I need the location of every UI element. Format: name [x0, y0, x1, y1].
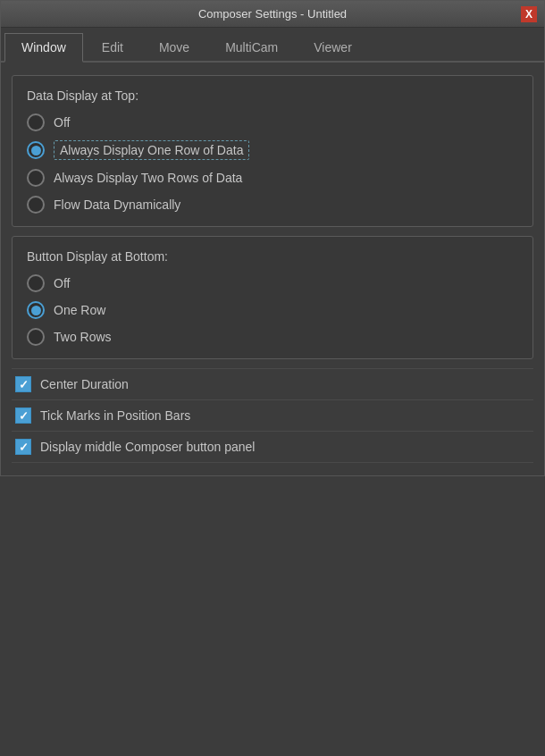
radio-label-data-two-rows: Always Display Two Rows of Data — [54, 171, 242, 185]
checkbox-label-display-middle: Display middle Composer button panel — [40, 440, 255, 454]
radio-label-data-flow: Flow Data Dynamically — [54, 197, 180, 212]
checkbox-label-tick-marks: Tick Marks in Position Bars — [40, 408, 190, 423]
radio-circle-data-two-rows — [27, 169, 45, 187]
radio-data-off[interactable]: Off — [27, 113, 518, 131]
tab-multicam[interactable]: MultiCam — [208, 33, 295, 61]
data-display-section: Data Display at Top: Off Always Display … — [12, 75, 533, 227]
checkbox-center-duration[interactable]: Center Duration — [12, 368, 533, 400]
radio-data-one-row[interactable]: Always Display One Row of Data — [27, 140, 518, 160]
checkbox-display-middle[interactable]: Display middle Composer button panel — [12, 432, 533, 463]
tab-bar: Window Edit Move MultiCam Viewer — [1, 28, 544, 63]
radio-circle-data-one-row — [27, 141, 45, 159]
checkbox-icon-center-duration — [15, 376, 31, 392]
radio-label-btn-two-rows: Two Rows — [54, 330, 112, 344]
window-title: Composer Settings - Untitled — [24, 7, 521, 21]
button-display-radio-group: Off One Row Two Rows — [27, 274, 518, 346]
checkbox-label-center-duration: Center Duration — [40, 377, 129, 391]
radio-data-flow[interactable]: Flow Data Dynamically — [27, 196, 518, 214]
content-area: Data Display at Top: Off Always Display … — [1, 63, 544, 475]
radio-data-two-rows[interactable]: Always Display Two Rows of Data — [27, 169, 518, 187]
radio-label-btn-off: Off — [54, 276, 70, 290]
radio-label-btn-one-row: One Row — [54, 303, 105, 317]
radio-label-data-one-row: Always Display One Row of Data — [54, 140, 249, 160]
radio-circle-data-off — [27, 113, 45, 131]
checkbox-icon-tick-marks — [15, 407, 31, 424]
tab-window[interactable]: Window — [4, 33, 83, 63]
checkbox-group: Center Duration Tick Marks in Position B… — [12, 368, 533, 463]
radio-circle-btn-two-rows — [27, 328, 45, 346]
radio-label-data-off: Off — [54, 115, 70, 130]
main-window: Composer Settings - Untitled X Window Ed… — [0, 0, 545, 476]
tab-edit[interactable]: Edit — [85, 33, 140, 61]
close-button[interactable]: X — [521, 6, 537, 22]
checkbox-tick-marks[interactable]: Tick Marks in Position Bars — [12, 400, 533, 432]
radio-btn-two-rows[interactable]: Two Rows — [27, 328, 518, 346]
radio-circle-data-flow — [27, 196, 45, 214]
radio-circle-btn-off — [27, 274, 45, 292]
tab-move[interactable]: Move — [142, 33, 206, 61]
data-display-radio-group: Off Always Display One Row of Data Alway… — [27, 113, 518, 214]
tab-viewer[interactable]: Viewer — [297, 33, 369, 61]
button-display-title: Button Display at Bottom: — [27, 249, 518, 264]
radio-circle-btn-one-row — [27, 301, 45, 319]
checkbox-icon-display-middle — [15, 439, 31, 455]
button-display-section: Button Display at Bottom: Off One Row Tw… — [12, 236, 533, 359]
title-bar: Composer Settings - Untitled X — [1, 1, 544, 28]
radio-btn-one-row[interactable]: One Row — [27, 301, 518, 319]
radio-btn-off[interactable]: Off — [27, 274, 518, 292]
data-display-title: Data Display at Top: — [27, 88, 518, 103]
